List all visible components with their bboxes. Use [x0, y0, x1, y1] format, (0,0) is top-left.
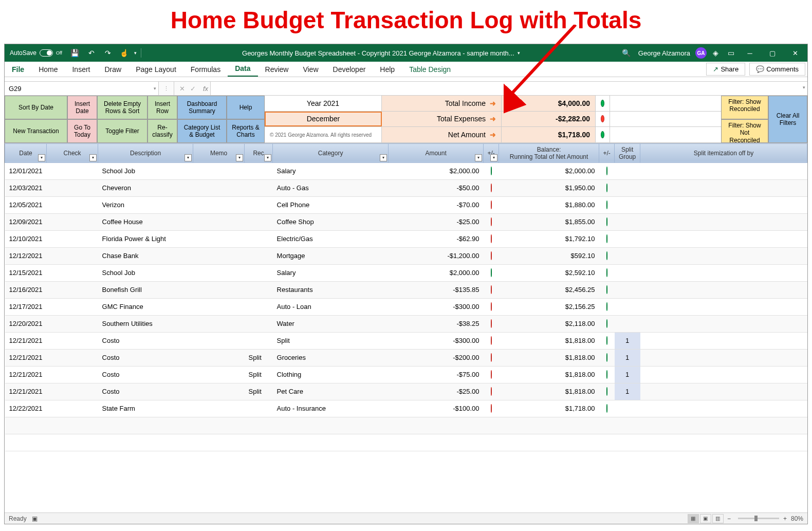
cell-split-item[interactable] [640, 332, 807, 349]
cell-desc[interactable]: Coffee House [98, 213, 193, 230]
cell-balance[interactable]: $1,818.00 [499, 366, 599, 383]
cell-date[interactable]: 12/20/2021 [5, 315, 47, 332]
cell-rec[interactable] [245, 196, 273, 213]
cell-rec[interactable] [245, 400, 273, 417]
cell-check[interactable] [47, 230, 98, 247]
undo-icon[interactable]: ↶ [85, 46, 98, 60]
cell-rec[interactable]: Split [245, 366, 273, 383]
search-icon[interactable]: 🔍 [620, 46, 633, 60]
cell-split-item[interactable] [640, 162, 807, 179]
formula-bar[interactable]: ▾ [210, 82, 807, 95]
cell-date[interactable]: 12/21/2021 [5, 383, 47, 400]
cell-split-group[interactable] [615, 400, 640, 417]
cell-amount[interactable]: -$300.00 [389, 332, 484, 349]
table-row[interactable]: 12/22/2021State FarmAuto - Insurance-$10… [5, 400, 807, 417]
cell-amount[interactable]: -$135.85 [389, 281, 484, 298]
cell-rec[interactable] [245, 213, 273, 230]
cell-split-group[interactable]: 1 [615, 366, 640, 383]
cell-split-group[interactable] [615, 298, 640, 315]
cell-split-group[interactable] [615, 247, 640, 264]
filter-icon[interactable]: ▾ [264, 154, 271, 161]
tab-table-design[interactable]: Table Design [402, 62, 458, 77]
normal-view-icon[interactable]: ▦ [688, 514, 699, 523]
cell-split-item[interactable] [640, 230, 807, 247]
autosave-toggle[interactable]: AutoSave Off [7, 49, 65, 57]
table-row[interactable]: 12/03/2021CheveronAuto - Gas-$50.00$1,95… [5, 179, 807, 196]
cell-memo[interactable] [193, 264, 245, 281]
cell-category[interactable]: Pet Care [273, 383, 389, 400]
toggle-filter-button[interactable]: Toggle Filter [97, 119, 147, 143]
filter-icon[interactable]: ▾ [236, 154, 243, 161]
table-row[interactable] [5, 417, 807, 434]
cell-amount[interactable]: -$50.00 [389, 179, 484, 196]
table-row[interactable]: 12/12/2021Chase BankMortgage-$1,200.00$5… [5, 247, 807, 264]
tab-draw[interactable]: Draw [98, 62, 129, 77]
cell-amount[interactable]: $2,000.00 [389, 264, 484, 281]
page-break-view-icon[interactable]: ▥ [712, 514, 724, 523]
table-row[interactable]: 12/09/2021Coffee HouseCoffee Shop-$25.00… [5, 213, 807, 230]
tab-view[interactable]: View [296, 62, 325, 77]
cell-amount[interactable]: -$1,200.00 [389, 247, 484, 264]
cell-check[interactable] [47, 315, 98, 332]
cell-category[interactable]: Electric/Gas [273, 230, 389, 247]
reclassify-button[interactable]: Re-classify [147, 119, 177, 143]
cell-category[interactable]: Auto - Loan [273, 298, 389, 315]
cell-split-item[interactable] [640, 264, 807, 281]
cell-split-item[interactable] [640, 196, 807, 213]
cell-date[interactable]: 12/01/2021 [5, 162, 47, 179]
cell-memo[interactable] [193, 213, 245, 230]
cell-date[interactable]: 12/21/2021 [5, 349, 47, 366]
cell-memo[interactable] [193, 230, 245, 247]
macro-recorder-icon[interactable]: ▣ [32, 515, 38, 522]
cancel-formula-icon[interactable]: ✕ [179, 85, 185, 93]
cell-date[interactable]: 12/03/2021 [5, 179, 47, 196]
cell-date[interactable]: 12/16/2021 [5, 281, 47, 298]
goto-today-button[interactable]: Go To Today [67, 119, 97, 143]
cell-desc[interactable]: Bonefish Grill [98, 281, 193, 298]
redo-icon[interactable]: ↷ [101, 46, 115, 60]
cell-category[interactable]: Auto - Insurance [273, 400, 389, 417]
cell-date[interactable]: 12/12/2021 [5, 247, 47, 264]
cell-balance[interactable]: $592.10 [499, 247, 599, 264]
cell-category[interactable]: Mortgage [273, 247, 389, 264]
clear-filters-button[interactable]: Clear All Filters [768, 96, 807, 143]
comments-button[interactable]: 💬Comments [749, 63, 805, 76]
cell-split-item[interactable] [640, 315, 807, 332]
cell-amount[interactable]: $2,000.00 [389, 162, 484, 179]
cell-desc[interactable]: Costo [98, 332, 193, 349]
table-row[interactable]: 12/21/2021CostoSplitClothing-$75.00$1,81… [5, 366, 807, 383]
cell-check[interactable] [47, 162, 98, 179]
help-button[interactable]: Help [227, 96, 265, 119]
cell-balance[interactable]: $1,880.00 [499, 196, 599, 213]
cell-split-group[interactable]: 1 [615, 383, 640, 400]
share-button[interactable]: ↗Share [706, 63, 745, 76]
tab-insert[interactable]: Insert [65, 62, 97, 77]
cell-balance[interactable]: $1,950.00 [499, 179, 599, 196]
cell-category[interactable]: Salary [273, 162, 389, 179]
cell-desc[interactable]: Southern Utilities [98, 315, 193, 332]
table-row[interactable]: 12/21/2021CostoSplitGroceries-$200.00$1,… [5, 349, 807, 366]
cell-rec[interactable] [245, 315, 273, 332]
cell-memo[interactable] [193, 400, 245, 417]
name-box[interactable]: G29▾ [5, 82, 159, 95]
cell-split-item[interactable] [640, 179, 807, 196]
table-row[interactable]: 12/21/2021CostoSplit-$300.00$1,818.001 [5, 332, 807, 349]
cell-rec[interactable] [245, 230, 273, 247]
cell-split-group[interactable] [615, 281, 640, 298]
cell-date[interactable]: 12/05/2021 [5, 196, 47, 213]
tab-file[interactable]: File [5, 62, 31, 77]
tab-review[interactable]: Review [258, 62, 296, 77]
cell-split-item[interactable] [640, 281, 807, 298]
filter-icon[interactable]: ▾ [89, 154, 97, 161]
cell-check[interactable] [47, 213, 98, 230]
cell-rec[interactable] [245, 179, 273, 196]
cell-rec[interactable] [245, 264, 273, 281]
cell-check[interactable] [47, 196, 98, 213]
cell-memo[interactable] [193, 247, 245, 264]
cell-rec[interactable] [245, 247, 273, 264]
cell-split-group[interactable] [615, 213, 640, 230]
cell-desc[interactable]: School Job [98, 264, 193, 281]
tab-help[interactable]: Help [373, 62, 402, 77]
cell-amount[interactable]: -$38.25 [389, 315, 484, 332]
reports-button[interactable]: Reports & Charts [227, 119, 265, 143]
